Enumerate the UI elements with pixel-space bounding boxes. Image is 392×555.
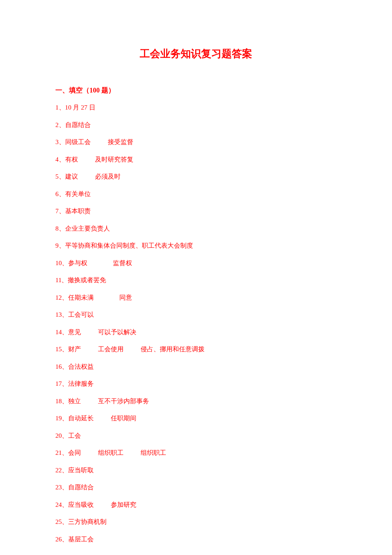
document-title: 工会业务知识复习题答案 <box>55 47 337 61</box>
answer-item: 9、平等协商和集体合同制度、职工代表大会制度 <box>55 241 337 251</box>
answer-item: 11、撤换或者罢免 <box>55 275 337 285</box>
answer-part: 19、自动延长 <box>55 415 94 422</box>
answer-item: 4、有权及时研究答复 <box>55 155 337 165</box>
answer-part: 3、同级工会 <box>55 139 91 145</box>
answer-item: 5、建议必须及时 <box>55 172 337 182</box>
answer-part: 4、有权 <box>55 156 78 163</box>
answer-part: 接受监督 <box>108 139 133 145</box>
answer-part: 14、意见 <box>55 329 81 335</box>
answer-item: 26、基层工会 <box>55 535 337 544</box>
answer-item: 7、基本职责 <box>55 206 337 216</box>
answer-part: 同意 <box>119 294 132 301</box>
answer-item: 15、财产工会使用侵占、挪用和任意调拨 <box>55 344 337 354</box>
answer-item: 19、自动延长任职期间 <box>55 413 337 423</box>
answer-item: 24、应当吸收参加研究 <box>55 500 337 510</box>
answer-part: 18、独立 <box>55 398 81 405</box>
answer-item: 25、三方协商机制 <box>55 517 337 527</box>
answer-part: 组织职工 <box>98 449 124 456</box>
answer-item: 10、参与权监督权 <box>55 258 337 268</box>
answer-part: 组织职工 <box>141 449 166 456</box>
answer-part: 监督权 <box>113 260 132 266</box>
answer-item: 17、法律服务 <box>55 379 337 389</box>
answer-item: 3、同级工会接受监督 <box>55 137 337 147</box>
section-header: 一、填空（100 题） <box>55 86 337 95</box>
answer-item: 23、自愿结合 <box>55 483 337 492</box>
answer-part: 任职期间 <box>111 415 136 422</box>
answer-part: 10、参与权 <box>55 260 87 266</box>
answer-part: 可以予以解决 <box>98 329 136 335</box>
answer-part: 必须及时 <box>95 173 121 180</box>
answer-part: 12、任期未满 <box>55 294 94 301</box>
answer-item: 18、独立互不干涉内部事务 <box>55 396 337 406</box>
answer-item: 22、应当听取 <box>55 465 337 475</box>
answer-part: 工会使用 <box>98 346 124 353</box>
answer-part: 及时研究答复 <box>95 156 133 163</box>
answer-item: 6、有关单位 <box>55 189 337 199</box>
answer-part: 24、应当吸收 <box>55 501 94 508</box>
answer-item: 1、10 月 27 日 <box>55 103 337 113</box>
answer-item: 13、工会可以 <box>55 310 337 320</box>
answer-item: 20、工会 <box>55 431 337 441</box>
answer-item: 2、自愿结合 <box>55 120 337 130</box>
answer-item: 16、合法权益 <box>55 362 337 372</box>
answer-item: 12、任期未满同意 <box>55 293 337 303</box>
answer-item: 14、意见可以予以解决 <box>55 327 337 337</box>
answer-item: 8、企业主要负责人 <box>55 224 337 234</box>
answer-part: 5、建议 <box>55 173 78 180</box>
answer-part: 侵占、挪用和任意调拨 <box>141 346 205 353</box>
answer-part: 互不干涉内部事务 <box>98 398 149 405</box>
answer-part: 参加研究 <box>111 501 136 508</box>
answer-part: 21、会同 <box>55 449 81 456</box>
answer-part: 15、财产 <box>55 346 81 353</box>
answer-item: 21、会同组织职工组织职工 <box>55 448 337 458</box>
